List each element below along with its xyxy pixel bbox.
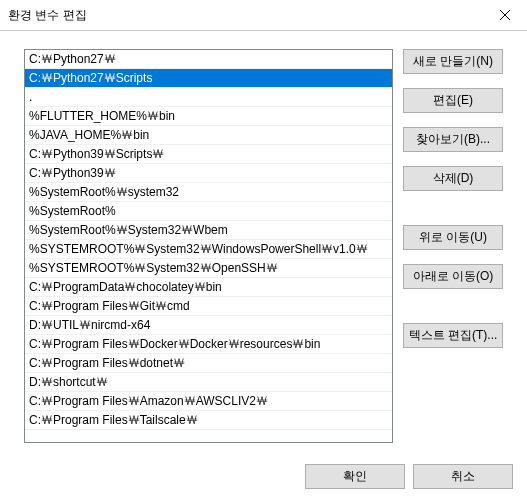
list-item[interactable]: C:￦Python27￦ (25, 50, 392, 69)
move-up-button[interactable]: 위로 이동(U) (403, 225, 503, 250)
browse-button[interactable]: 찾아보기(B)... (403, 127, 503, 152)
list-item[interactable]: %SYSTEMROOT%￦System32￦OpenSSH￦ (25, 259, 392, 278)
list-item[interactable]: %SYSTEMROOT%￦System32￦WindowsPowerShell￦… (25, 240, 392, 259)
dialog-content: C:￦Python27￦C:￦Python27￦Scripts.%FLUTTER… (0, 31, 527, 455)
list-item[interactable]: C:￦Python27￦Scripts (25, 69, 392, 88)
window-title: 환경 변수 편집 (8, 7, 482, 24)
list-item[interactable]: C:￦Program Files￦Tailscale￦ (25, 411, 392, 430)
list-item[interactable]: C:￦Program Files￦Docker￦Docker￦resources… (25, 335, 392, 354)
list-item[interactable]: C:￦Python39￦Scripts￦ (25, 145, 392, 164)
titlebar: 환경 변수 편집 (0, 0, 527, 31)
move-down-button[interactable]: 아래로 이동(O) (403, 264, 503, 289)
bottom-button-row: 확인 취소 (305, 464, 513, 489)
list-item[interactable]: %JAVA_HOME%￦bin (25, 126, 392, 145)
list-item[interactable]: C:￦Program Files￦dotnet￦ (25, 354, 392, 373)
list-item[interactable]: C:￦ProgramData￦chocolatey￦bin (25, 278, 392, 297)
edit-text-button[interactable]: 텍스트 편집(T)... (403, 323, 503, 348)
close-icon (500, 10, 510, 20)
cancel-button[interactable]: 취소 (413, 464, 513, 489)
close-button[interactable] (482, 0, 527, 30)
list-item[interactable]: %SystemRoot%￦System32￦Wbem (25, 221, 392, 240)
list-item[interactable]: C:￦Python39￦ (25, 164, 392, 183)
button-column: 새로 만들기(N) 편집(E) 찾아보기(B)... 삭제(D) 위로 이동(U… (403, 49, 503, 443)
path-listbox[interactable]: C:￦Python27￦C:￦Python27￦Scripts.%FLUTTER… (24, 49, 393, 443)
new-button[interactable]: 새로 만들기(N) (403, 49, 503, 74)
list-item[interactable]: . (25, 88, 392, 107)
delete-button[interactable]: 삭제(D) (403, 166, 503, 191)
list-item[interactable]: D:￦shortcut￦ (25, 373, 392, 392)
ok-button[interactable]: 확인 (305, 464, 405, 489)
list-item[interactable]: C:￦Program Files￦Amazon￦AWSCLIV2￦ (25, 392, 392, 411)
edit-button[interactable]: 편집(E) (403, 88, 503, 113)
list-item[interactable]: C:￦Program Files￦Git￦cmd (25, 297, 392, 316)
list-item[interactable]: %FLUTTER_HOME%￦bin (25, 107, 392, 126)
list-item[interactable]: %SystemRoot% (25, 202, 392, 221)
list-item[interactable]: %SystemRoot%￦system32 (25, 183, 392, 202)
list-item[interactable]: D:￦UTIL￦nircmd-x64 (25, 316, 392, 335)
